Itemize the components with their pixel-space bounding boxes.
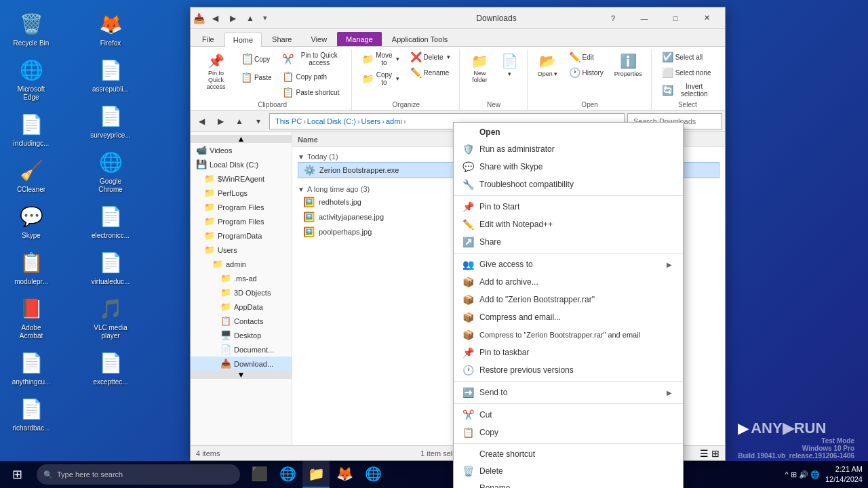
ctx-create-shortcut[interactable]: Create shortcut: [454, 446, 683, 462]
desktop-icon-word[interactable]: 📄 includingc...: [7, 107, 56, 150]
select-all-button[interactable]: ☑️ Select all: [657, 49, 718, 64]
ctx-give-access[interactable]: 👥 Give access to ▶: [454, 256, 683, 273]
maximize-button[interactable]: □: [660, 7, 691, 29]
sidebar-item-desktop[interactable]: 🖥️ Desktop: [191, 328, 292, 342]
tab-manage[interactable]: Manage: [337, 32, 382, 46]
sidebar-item-contacts[interactable]: 📋 Contacts: [191, 314, 292, 328]
desktop-icon-electronicc[interactable]: 📄 electronicc...: [86, 199, 135, 243]
desktop-icon-anythingc[interactable]: 📄 anythingcu...: [7, 346, 56, 389]
forward-button[interactable]: ▶: [225, 11, 240, 26]
taskbar-edge[interactable]: 🌐: [274, 461, 301, 488]
desktop-icon-edge[interactable]: 🌐 Microsoft Edge: [7, 53, 56, 104]
ctx-add-archive[interactable]: 📦 Add to archive...: [454, 273, 683, 291]
ctx-delete[interactable]: 🗑️ Delete: [454, 462, 683, 480]
sidebar-item-program-files-x86[interactable]: 📁 Program Files: [191, 214, 292, 228]
path-this-pc[interactable]: This PC: [275, 117, 302, 125]
desktop-icon-richardbac[interactable]: 📄 richardbac...: [7, 392, 56, 435]
sidebar-item-program-files[interactable]: 📁 Program Files: [191, 200, 292, 214]
desktop-icon-chrome[interactable]: 🌐 Google Chrome: [86, 145, 135, 197]
sidebar-item-ms-ad[interactable]: 📁 .ms-ad: [191, 271, 292, 285]
paste-button[interactable]: 📋 Paste: [236, 70, 277, 85]
open-button[interactable]: 📂 Open ▾: [533, 49, 563, 81]
sidebar-scroll-down[interactable]: ▼: [191, 371, 292, 379]
sidebar-item-admin[interactable]: 📁 admin: [191, 257, 292, 271]
select-none-button[interactable]: ⬜ Select none: [657, 65, 718, 80]
tab-app-tools[interactable]: Application Tools: [383, 32, 456, 46]
sidebar-item-downloads[interactable]: 📥 Download...: [191, 357, 292, 371]
desktop-icon-assrepubli[interactable]: 📄 assrepubli...: [86, 53, 135, 96]
new-item-button[interactable]: 📄 ▾: [496, 49, 523, 81]
delete-button[interactable]: ❌ Delete ▾: [406, 49, 455, 64]
tab-file[interactable]: File: [193, 32, 223, 46]
paste-shortcut-button[interactable]: 📋 Paste shortcut: [277, 85, 347, 100]
taskbar-search[interactable]: 🔍 Type here to search: [37, 464, 240, 485]
taskbar-firefox[interactable]: 🦊: [331, 461, 358, 488]
invert-selection-button[interactable]: 🔄 Invert selection: [657, 81, 718, 100]
desktop-icon-vlc[interactable]: 🎵 VLC media player: [86, 291, 135, 343]
copy-path-button[interactable]: 📋 Copy path: [277, 69, 347, 84]
ctx-pin-start[interactable]: 📌 Pin to Start: [454, 198, 683, 216]
sidebar-item-local-disk[interactable]: 💾 Local Disk (C:): [191, 157, 292, 171]
sidebar-item-winreagent[interactable]: 📁 $WinREAgent: [191, 171, 292, 186]
desktop-icon-firefox[interactable]: 🦊 Firefox: [86, 7, 135, 50]
ctx-share[interactable]: ↗️ Share: [454, 233, 683, 251]
pin-quick-access-button[interactable]: 📌 Pin to Quickaccess: [197, 49, 235, 94]
desktop-icon-surveyprice[interactable]: 📄 surveyprice...: [86, 99, 135, 142]
ctx-rename[interactable]: Rename: [454, 480, 683, 488]
path-admi[interactable]: admi: [386, 117, 402, 125]
desktop-icon-modulepr[interactable]: 📋 modulepr...: [7, 245, 56, 289]
help-button[interactable]: ?: [597, 7, 629, 29]
desktop-icon-acrobat[interactable]: 📕 Adobe Acrobat: [7, 291, 56, 343]
forward-nav-button[interactable]: ▶: [212, 113, 229, 129]
start-button[interactable]: ⊞: [0, 461, 34, 488]
path-local-disk[interactable]: Local Disk (C:): [307, 117, 356, 125]
copy-button[interactable]: 📋 Copy: [236, 49, 277, 69]
desktop-icon-ccleaner[interactable]: 🧹 CCleaner: [7, 153, 56, 197]
recent-locations-button[interactable]: ▾: [250, 113, 267, 129]
edit-button[interactable]: ✏️ Edit: [564, 49, 608, 64]
close-button[interactable]: ✕: [691, 7, 722, 29]
quick-access-dropdown[interactable]: ▾: [263, 14, 267, 22]
taskbar-clock[interactable]: 2:21 AM 12/14/2024: [825, 464, 863, 485]
sidebar-item-users[interactable]: 📁 Users: [191, 243, 292, 257]
up-button[interactable]: ▲: [243, 11, 258, 26]
ctx-send-to[interactable]: ➡️ Send to ▶: [454, 384, 683, 401]
sidebar-item-appdata[interactable]: 📁 AppData: [191, 300, 292, 314]
copy-to-button[interactable]: 📁 Copy to ▾: [357, 69, 403, 88]
desktop-icon-skype[interactable]: 💬 Skype: [7, 199, 56, 243]
tab-view[interactable]: View: [302, 32, 336, 46]
ctx-pin-taskbar[interactable]: 📌 Pin to taskbar: [454, 344, 683, 361]
ctx-compress-zerion-email[interactable]: 📦 Compress to "Zerion Bootstrapper.rar" …: [454, 326, 683, 344]
up-nav-button[interactable]: ▲: [231, 113, 248, 129]
ctx-copy[interactable]: 📋 Copy: [454, 424, 683, 441]
ctx-open[interactable]: Open: [454, 124, 683, 140]
sidebar-scroll-up[interactable]: ▲: [191, 135, 292, 143]
ctx-share-skype[interactable]: 💬 Share with Skype: [454, 158, 683, 176]
sidebar-item-videos[interactable]: 📹 Videos: [191, 143, 292, 157]
tab-share[interactable]: Share: [263, 32, 300, 46]
ctx-add-zerion-rar[interactable]: 📦 Add to "Zerion Bootstrapper.rar": [454, 291, 683, 308]
taskbar-file-explorer[interactable]: 📁: [302, 461, 330, 488]
move-to-button[interactable]: 📁 Move to ▾: [357, 49, 403, 68]
sidebar-item-documents[interactable]: 📄 Document...: [191, 342, 292, 357]
ctx-edit-notepad[interactable]: ✏️ Edit with Notepad++: [454, 216, 683, 233]
rename-button[interactable]: ✏️ Rename: [406, 65, 455, 80]
properties-button[interactable]: ℹ️ Properties: [610, 49, 647, 81]
back-button[interactable]: ◀: [208, 11, 222, 26]
new-folder-button[interactable]: 📁 Newfolder: [465, 49, 495, 87]
minimize-button[interactable]: —: [629, 7, 660, 29]
details-view-button[interactable]: ☰: [700, 448, 709, 459]
sidebar-item-perflogs[interactable]: 📁 PerfLogs: [191, 186, 292, 200]
sidebar-item-3d-objects[interactable]: 📁 3D Objects: [191, 285, 292, 300]
taskbar-chrome[interactable]: 🌐: [359, 461, 387, 488]
ctx-compress-email[interactable]: 📦 Compress and email...: [454, 308, 683, 326]
large-icons-button[interactable]: ⊞: [711, 448, 719, 459]
tab-home[interactable]: Home: [224, 33, 262, 47]
history-button[interactable]: 🕐 History: [564, 65, 608, 80]
cut-button[interactable]: ✂️ Pin to Quick access: [277, 49, 347, 68]
desktop-icon-excepttec[interactable]: 📄 excepttec...: [86, 346, 135, 389]
back-nav-button[interactable]: ◀: [193, 113, 210, 129]
ctx-restore-versions[interactable]: 🕐 Restore previous versions: [454, 361, 683, 379]
ctx-cut[interactable]: ✂️ Cut: [454, 406, 683, 424]
desktop-icon-recycle-bin[interactable]: 🗑️ Recycle Bin: [7, 7, 56, 50]
